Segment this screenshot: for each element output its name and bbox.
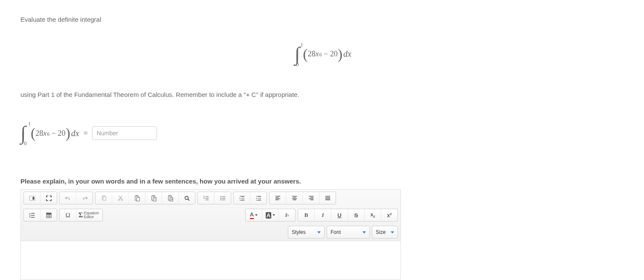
special-char-button[interactable]: Ω	[60, 209, 76, 221]
paste-button[interactable]	[129, 192, 145, 204]
svg-text:W: W	[170, 198, 173, 201]
rich-text-editor: T W 12	[20, 189, 401, 280]
styles-select[interactable]: Styles	[288, 226, 325, 239]
paste-text-button[interactable]: T	[145, 192, 162, 204]
subscript-button[interactable]: x2	[365, 209, 381, 221]
svg-rect-1	[32, 197, 34, 200]
size-select[interactable]: Size	[372, 226, 398, 239]
svg-point-17	[185, 196, 188, 199]
table-button[interactable]	[41, 209, 57, 221]
strike-button[interactable]: S	[348, 209, 365, 221]
svg-rect-14	[169, 195, 171, 196]
line-height-button[interactable]	[24, 209, 41, 221]
align-center-button[interactable]	[286, 192, 303, 204]
editor-toolbar: T W 12	[21, 190, 400, 241]
equals-sign: =	[84, 129, 88, 138]
align-justify-button[interactable]	[319, 192, 336, 204]
italic-button[interactable]: I	[315, 209, 331, 221]
redo-button[interactable]	[76, 192, 93, 204]
superscript-button[interactable]: x2	[381, 209, 397, 221]
ordered-list-button[interactable]: 12	[198, 192, 215, 204]
svg-text:T: T	[154, 198, 156, 201]
answer-row: ∫ 1 0 ( 28x6 − 20 ) dx =	[20, 123, 624, 143]
remove-format-button[interactable]: Ix	[279, 209, 295, 221]
indent-button[interactable]	[250, 192, 267, 204]
problem-intro: Evaluate the definite integral	[20, 15, 624, 25]
svg-rect-7	[136, 195, 137, 196]
outdent-button[interactable]	[234, 192, 250, 204]
font-select[interactable]: Font	[327, 226, 370, 239]
underline-button[interactable]: U	[331, 209, 348, 221]
text-color-button[interactable]: A	[246, 209, 262, 221]
integral-display: ∫ 1 0 ( 28x6 − 20 ) ddxx	[20, 44, 624, 64]
svg-rect-8	[136, 197, 139, 201]
undo-button[interactable]	[60, 192, 76, 204]
bg-color-button[interactable]: A	[262, 209, 279, 221]
bold-button[interactable]: B	[298, 209, 315, 221]
editor-content-area[interactable]	[21, 241, 400, 280]
svg-point-21	[220, 198, 221, 198]
cut-button[interactable]	[112, 192, 129, 204]
find-button[interactable]	[179, 192, 195, 204]
explain-label: Please explain, in your own words and in…	[20, 178, 624, 185]
paste-word-button[interactable]: W	[162, 192, 179, 204]
svg-rect-10	[152, 195, 154, 196]
answer-input[interactable]	[92, 126, 157, 140]
equation-editor-button[interactable]: Σ EquationEditor	[76, 209, 102, 221]
source-button[interactable]	[24, 192, 41, 204]
copy-button[interactable]	[96, 192, 112, 204]
svg-text:2: 2	[203, 197, 204, 199]
svg-rect-24	[46, 213, 51, 214]
unordered-list-button[interactable]	[215, 192, 231, 204]
svg-point-22	[220, 199, 221, 200]
align-right-button[interactable]	[303, 192, 319, 204]
maximize-button[interactable]	[41, 192, 57, 204]
problem-followup: using Part 1 of the Fundamental Theorem …	[20, 90, 624, 100]
svg-point-20	[220, 196, 221, 197]
align-left-button[interactable]	[270, 192, 286, 204]
svg-rect-3	[103, 196, 106, 200]
